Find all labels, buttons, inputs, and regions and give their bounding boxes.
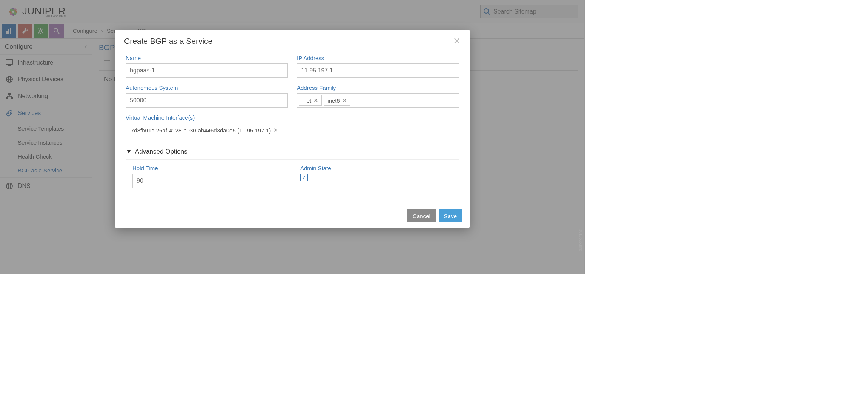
name-field[interactable]	[126, 63, 288, 78]
modal-overlay: Create BGP as a Service ✕ Name IP Addres…	[0, 0, 584, 274]
modal-body: Name IP Address Autonomous System Addres	[115, 51, 470, 204]
label-name: Name	[126, 55, 288, 61]
remove-tag-icon[interactable]: ✕	[313, 97, 318, 104]
address-family-field[interactable]: inet✕ inet6✕	[297, 93, 459, 108]
save-button[interactable]: Save	[439, 209, 462, 222]
admin-state-checkbox[interactable]: ✓	[300, 174, 308, 181]
cancel-button[interactable]: Cancel	[407, 209, 436, 222]
label-af: Address Family	[297, 85, 459, 91]
tag-vmi: 7d8fb01c-26af-4128-b030-ab446d3da0e5 (11…	[128, 125, 281, 135]
modal-title: Create BGP as a Service	[124, 37, 212, 46]
label-as: Autonomous System	[126, 85, 288, 91]
app-window: JUNIPER NETWORKS	[0, 0, 585, 274]
autonomous-system-field[interactable]	[126, 93, 288, 108]
modal-head: Create BGP as a Service ✕	[115, 30, 470, 51]
advanced-options-body: Hold Time Admin State ✓	[126, 165, 459, 188]
advanced-options-toggle[interactable]: ▼ Advanced Options	[126, 144, 459, 160]
advanced-options-label: Advanced Options	[135, 148, 187, 156]
caret-down-icon: ▼	[126, 148, 132, 156]
tag-inet6: inet6✕	[324, 95, 350, 106]
tag-label: inet	[302, 97, 311, 104]
label-ip: IP Address	[297, 55, 459, 61]
vmi-field[interactable]: 7d8fb01c-26af-4128-b030-ab446d3da0e5 (11…	[126, 123, 459, 137]
remove-tag-icon[interactable]: ✕	[342, 97, 347, 104]
close-icon[interactable]: ✕	[453, 37, 461, 46]
create-bgpaas-modal: Create BGP as a Service ✕ Name IP Addres…	[115, 30, 470, 228]
ip-address-field[interactable]	[297, 63, 459, 78]
label-admin: Admin State	[300, 165, 459, 171]
modal-footer: Cancel Save	[115, 204, 470, 228]
hold-time-field[interactable]	[132, 174, 291, 188]
label-hold: Hold Time	[132, 165, 291, 171]
tag-inet: inet✕	[299, 95, 322, 106]
tag-label: inet6	[327, 97, 340, 104]
label-vmi: Virtual Machine Interface(s)	[126, 114, 459, 121]
watermark: s018555.png	[579, 229, 583, 251]
tag-label: 7d8fb01c-26af-4128-b030-ab446d3da0e5 (11…	[131, 127, 271, 134]
remove-tag-icon[interactable]: ✕	[273, 127, 278, 134]
